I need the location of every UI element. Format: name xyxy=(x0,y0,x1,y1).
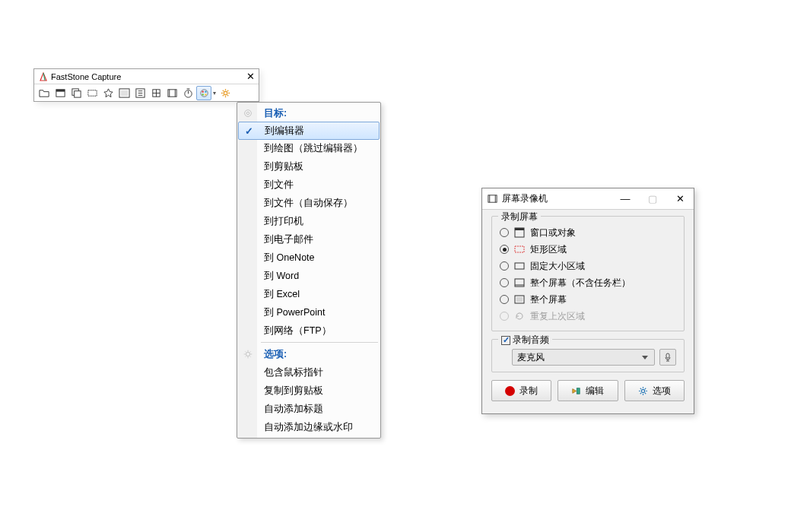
screen-recorder-window: 屏幕录像机 — ▢ ✕ 录制屏幕 窗口或对象 矩形区域 固定大小区域 xyxy=(481,188,694,414)
menu-item-paint[interactable]: 到绘图（跳过编辑器） xyxy=(238,139,380,157)
menu-item-auto-edge[interactable]: 自动添加边缘或水印 xyxy=(238,418,380,436)
svg-point-16 xyxy=(224,91,227,95)
faststone-toolbar: ▾ xyxy=(34,84,259,101)
record-button[interactable]: 录制 xyxy=(491,380,551,401)
svg-rect-23 xyxy=(515,246,524,252)
fullscreen-icon xyxy=(514,294,525,305)
output-options-icon[interactable]: ▾ xyxy=(196,86,211,100)
menu-item-file-autosave[interactable]: 到文件（自动保存） xyxy=(238,194,380,212)
freehand-icon[interactable] xyxy=(100,86,116,100)
menu-item-clipboard[interactable]: 到剪贴板 xyxy=(238,157,380,176)
radio-rec-full[interactable]: 整个屏幕 xyxy=(500,291,676,308)
close-icon[interactable]: ✕ xyxy=(243,71,257,83)
svg-point-13 xyxy=(205,90,206,92)
record-screen-label: 录制屏幕 xyxy=(498,211,541,223)
target-icon xyxy=(238,108,258,119)
radio-rec-full-notb[interactable]: 整个屏幕（不含任务栏） xyxy=(500,274,676,291)
menu-item-auto-caption[interactable]: 自动添加标题 xyxy=(238,400,380,418)
close-icon[interactable]: ✕ xyxy=(666,188,694,210)
recorder-button-row: 录制 编辑 选项 xyxy=(491,380,685,401)
menu-target-header: 目标: xyxy=(238,104,380,122)
window-object-icon[interactable] xyxy=(68,86,84,100)
fullscreen-icon[interactable] xyxy=(116,86,132,100)
timer-icon[interactable] xyxy=(180,86,195,100)
faststone-logo-icon xyxy=(39,72,48,81)
options-button[interactable]: 选项 xyxy=(624,380,685,401)
svg-point-14 xyxy=(202,93,203,95)
fullscreen-notb-icon xyxy=(514,277,525,288)
filmstrip-icon xyxy=(487,193,498,204)
rect-region-icon[interactable] xyxy=(84,86,100,100)
menu-item-editor[interactable]: ✓ 到编辑器 xyxy=(238,122,380,140)
audio-source-select[interactable]: 麦克风 xyxy=(512,349,655,366)
menu-item-word[interactable]: 到 Word xyxy=(238,267,380,285)
faststone-title: FastStone Capture xyxy=(51,72,243,81)
audio-checkbox[interactable]: ✓ xyxy=(501,336,510,345)
edit-icon xyxy=(571,386,581,396)
record-icon xyxy=(505,386,515,396)
svg-rect-30 xyxy=(577,388,580,393)
menu-item-email[interactable]: 到电子邮件 xyxy=(238,230,380,249)
record-audio-label[interactable]: ✓ 录制音频 xyxy=(498,334,552,347)
menu-item-file[interactable]: 到文件 xyxy=(238,176,380,194)
gear-icon xyxy=(238,349,258,359)
svg-point-12 xyxy=(202,90,203,92)
svg-point-17 xyxy=(245,110,252,117)
fixed-region-icon[interactable] xyxy=(148,86,164,100)
radio-rec-repeat: 重复上次区域 xyxy=(500,308,676,325)
rect-solid-icon xyxy=(514,261,525,271)
menu-item-copy-clipboard[interactable]: 复制到剪贴板 xyxy=(238,382,380,400)
svg-rect-1 xyxy=(56,90,64,92)
svg-rect-3 xyxy=(74,91,80,97)
minimize-icon[interactable]: — xyxy=(612,188,639,210)
svg-point-18 xyxy=(246,112,249,115)
recorder-title: 屏幕录像机 xyxy=(502,192,612,205)
menu-item-include-cursor[interactable]: 包含鼠标指针 xyxy=(238,363,380,382)
svg-rect-29 xyxy=(666,353,669,358)
svg-rect-6 xyxy=(120,90,127,97)
audio-settings-button[interactable] xyxy=(659,349,676,366)
record-screen-group: 录制屏幕 窗口或对象 矩形区域 固定大小区域 整个屏幕（不含任务栏） xyxy=(491,216,685,331)
rect-dashed-icon xyxy=(514,244,525,255)
svg-point-31 xyxy=(641,389,644,392)
svg-rect-4 xyxy=(87,90,96,97)
scrolling-icon[interactable] xyxy=(132,86,148,100)
menu-options-header: 选项: xyxy=(238,345,380,363)
gear-icon xyxy=(638,386,648,396)
svg-point-11 xyxy=(200,90,207,97)
edit-button[interactable]: 编辑 xyxy=(558,380,618,401)
open-icon[interactable] xyxy=(37,86,52,100)
check-icon: ✓ xyxy=(245,125,253,137)
recorder-body: 录制屏幕 窗口或对象 矩形区域 固定大小区域 整个屏幕（不含任务栏） xyxy=(482,210,694,410)
record-audio-group: ✓ 录制音频 麦克风 xyxy=(491,339,685,372)
window-icon xyxy=(514,227,525,238)
radio-rec-rect[interactable]: 矩形区域 xyxy=(500,241,676,258)
mic-icon xyxy=(663,353,672,362)
repeat-icon xyxy=(514,311,525,321)
radio-rec-fixed[interactable]: 固定大小区域 xyxy=(500,258,676,274)
video-icon[interactable] xyxy=(164,86,179,100)
menu-separator xyxy=(261,342,378,343)
menu-item-onenote[interactable]: 到 OneNote xyxy=(238,249,380,267)
svg-point-15 xyxy=(205,93,206,95)
menu-item-ftp[interactable]: 到网络（FTP） xyxy=(238,321,380,340)
recorder-titlebar[interactable]: 屏幕录像机 — ▢ ✕ xyxy=(482,188,694,210)
settings-icon[interactable] xyxy=(218,86,233,100)
svg-rect-28 xyxy=(516,297,523,302)
menu-item-powerpoint[interactable]: 到 PowerPoint xyxy=(238,303,380,321)
faststone-window: FastStone Capture ✕ ▾ xyxy=(33,68,259,102)
active-window-icon[interactable] xyxy=(52,86,68,100)
svg-rect-22 xyxy=(515,228,524,230)
maximize-icon: ▢ xyxy=(639,188,666,210)
chevron-down-icon: ▾ xyxy=(213,90,216,97)
svg-rect-24 xyxy=(515,263,524,269)
faststone-titlebar[interactable]: FastStone Capture ✕ xyxy=(34,69,259,84)
menu-item-printer[interactable]: 到打印机 xyxy=(238,212,380,230)
output-dropdown-menu: 目标: ✓ 到编辑器 到绘图（跳过编辑器） 到剪贴板 到文件 到文件（自动保存）… xyxy=(237,102,381,439)
menu-item-excel[interactable]: 到 Excel xyxy=(238,285,380,303)
radio-rec-window[interactable]: 窗口或对象 xyxy=(500,224,676,241)
svg-point-19 xyxy=(246,352,249,356)
